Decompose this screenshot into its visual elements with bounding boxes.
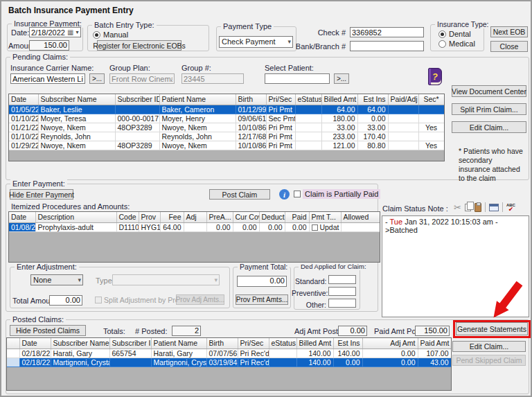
table-cell[interactable] bbox=[269, 349, 296, 358]
table-cell[interactable]: 33.00 bbox=[321, 123, 357, 132]
prov-pmt-amts-button[interactable]: Prov Pmt Amts... bbox=[236, 294, 288, 305]
table-row[interactable]: 01/29/22Nwoye, Nkem48OP3289Nwoye, Nkem10… bbox=[9, 141, 444, 150]
date-field[interactable]: 2/18/2022 ▦ ▾ bbox=[29, 27, 81, 37]
table-cell[interactable]: 140.00 bbox=[296, 349, 333, 358]
table-cell[interactable]: 03/19/84 bbox=[206, 358, 238, 367]
carrier-name-input[interactable] bbox=[10, 73, 85, 84]
column-header[interactable]: Sec* bbox=[418, 94, 444, 105]
auto-note-icon[interactable] bbox=[489, 204, 499, 211]
column-header[interactable]: Deduct bbox=[259, 212, 285, 222]
table-cell[interactable]: 01/12/99 bbox=[236, 105, 266, 114]
table-cell[interactable] bbox=[388, 123, 418, 132]
close-button[interactable]: Close bbox=[490, 41, 528, 52]
table-cell[interactable]: Pri Rec'd bbox=[238, 349, 269, 358]
column-header[interactable]: Adj Amt bbox=[362, 338, 418, 349]
table-cell[interactable]: 107.00 bbox=[418, 349, 451, 358]
table-cell[interactable]: Baker, Leslie bbox=[38, 105, 115, 114]
table-cell[interactable] bbox=[295, 132, 321, 141]
table-cell[interactable]: 140.00 bbox=[296, 358, 333, 367]
payment-type-select[interactable]: Check Payment ▾ bbox=[219, 36, 293, 48]
other-input[interactable] bbox=[328, 299, 356, 308]
table-cell[interactable] bbox=[109, 358, 151, 367]
table-cell[interactable]: Moyer, Henry bbox=[159, 114, 236, 123]
table-cell[interactable]: 0.00 bbox=[362, 349, 418, 358]
column-header[interactable]: Patient Name bbox=[159, 94, 236, 105]
calendar-icon[interactable]: ▦ bbox=[67, 28, 73, 36]
column-header[interactable]: Subscriber Name bbox=[51, 338, 109, 349]
table-cell[interactable]: Reynolds, John bbox=[159, 132, 236, 141]
split-prim-claim-button[interactable]: Split Prim Claim... bbox=[452, 103, 526, 115]
column-header[interactable]: Est Ins bbox=[357, 94, 388, 105]
column-header[interactable]: Date bbox=[9, 94, 38, 105]
table-cell[interactable]: 01/10/22 bbox=[9, 114, 38, 123]
table-cell[interactable]: 10/10/86 bbox=[236, 141, 266, 150]
table-cell[interactable]: Nwoye, Nkem bbox=[159, 141, 236, 150]
table-cell[interactable]: 43.00 bbox=[418, 358, 451, 367]
table-cell[interactable]: 0.00 bbox=[259, 222, 285, 231]
column-header[interactable]: Prov bbox=[139, 212, 160, 222]
spell-check-icon[interactable]: ABC ✔ bbox=[506, 203, 515, 212]
itemized-procedures-grid[interactable]: DateDescriptionCodeProvFeeAdjPreA...Cur … bbox=[8, 211, 380, 263]
table-cell[interactable]: 233.00 bbox=[321, 132, 357, 141]
table-cell[interactable]: 48OP3289 bbox=[115, 123, 159, 132]
table-cell[interactable]: 07/07/56 bbox=[206, 349, 238, 358]
table-cell[interactable] bbox=[295, 141, 321, 150]
table-cell[interactable]: 64.00 bbox=[160, 222, 184, 231]
table-cell[interactable]: Nwoye, Nkem bbox=[159, 123, 236, 132]
post-claim-button[interactable]: Post Claim bbox=[209, 189, 270, 200]
table-cell[interactable]: 0.00 bbox=[362, 358, 418, 367]
table-cell[interactable]: 01/10/22 bbox=[9, 132, 38, 141]
column-header[interactable]: Cur Cov bbox=[233, 212, 259, 222]
table-cell[interactable]: 01/05/22 bbox=[9, 105, 38, 114]
column-header[interactable]: Paid bbox=[285, 212, 309, 222]
column-header[interactable] bbox=[7, 338, 19, 349]
table-cell[interactable] bbox=[7, 349, 19, 358]
column-header[interactable]: Patient Name bbox=[151, 338, 206, 349]
pending-claims-grid[interactable]: DateSubscriber NameSubscriber IDPatient … bbox=[8, 94, 445, 161]
table-cell[interactable] bbox=[341, 222, 380, 231]
table-cell[interactable]: 121.00 bbox=[321, 141, 357, 150]
adjustment-select[interactable]: None ▾ bbox=[30, 274, 83, 285]
table-row[interactable]: 01/10/22Reynolds, JohnReynolds, John12/1… bbox=[9, 132, 444, 141]
column-header[interactable]: Pmt T... bbox=[309, 212, 341, 222]
column-header[interactable]: Pri/Sec bbox=[238, 338, 269, 349]
table-cell[interactable]: 01/29/22 bbox=[9, 141, 38, 150]
table-row[interactable]: 01/10/22Moyer, Teresa000-00-0017Moyer, H… bbox=[9, 114, 444, 123]
adjustment-chevron-icon[interactable]: ▾ bbox=[78, 276, 81, 283]
bank-branch-input[interactable] bbox=[350, 41, 424, 51]
table-cell[interactable]: Updat bbox=[309, 222, 341, 231]
table-cell[interactable] bbox=[115, 105, 159, 114]
table-cell[interactable]: Pri Pmt bbox=[266, 132, 295, 141]
manual-radio[interactable]: Manual bbox=[93, 30, 128, 39]
table-cell[interactable]: 140.00 bbox=[333, 349, 362, 358]
table-cell[interactable]: 0.00 bbox=[233, 222, 259, 231]
select-patient-input[interactable] bbox=[265, 73, 330, 84]
table-cell[interactable]: Baker, Cameron bbox=[159, 105, 236, 114]
register-eobs-button[interactable]: Register for Electronic EOBs bbox=[97, 40, 181, 51]
table-cell[interactable]: Yes bbox=[418, 123, 444, 132]
table-cell[interactable]: Reynolds, John bbox=[38, 132, 115, 141]
table-cell[interactable]: 09/06/61 bbox=[236, 114, 266, 123]
column-header[interactable]: Date bbox=[9, 212, 35, 222]
standard-input[interactable] bbox=[328, 275, 356, 284]
carrier-picker-button[interactable]: >... bbox=[89, 73, 105, 84]
table-cell[interactable]: Pri Pmt bbox=[266, 141, 295, 150]
table-cell[interactable]: Martignoni, Crystal S bbox=[51, 358, 109, 367]
table-cell[interactable]: 0.00 bbox=[333, 358, 362, 367]
table-cell[interactable]: 80.80 bbox=[357, 141, 388, 150]
column-header[interactable]: Description bbox=[35, 212, 116, 222]
table-cell[interactable]: 0.00 bbox=[285, 222, 309, 231]
table-cell[interactable]: 02/18/22 bbox=[19, 349, 51, 358]
next-eob-button[interactable]: Next EOB bbox=[490, 26, 528, 37]
column-header[interactable]: eStatus bbox=[295, 94, 321, 105]
table-cell[interactable]: 665754 bbox=[109, 349, 151, 358]
table-cell[interactable] bbox=[388, 141, 418, 150]
column-header[interactable]: Birth bbox=[236, 94, 266, 105]
table-cell[interactable]: Harati, Gary bbox=[151, 349, 206, 358]
cut-icon[interactable]: ✂ bbox=[454, 203, 461, 212]
table-cell[interactable] bbox=[295, 105, 321, 114]
column-header[interactable]: Adj bbox=[184, 212, 206, 222]
table-cell[interactable] bbox=[388, 114, 418, 123]
table-cell[interactable]: 02/18/22 bbox=[19, 358, 51, 367]
table-row[interactable]: 02/18/22Harati, Gary665754Harati, Gary07… bbox=[7, 349, 451, 358]
